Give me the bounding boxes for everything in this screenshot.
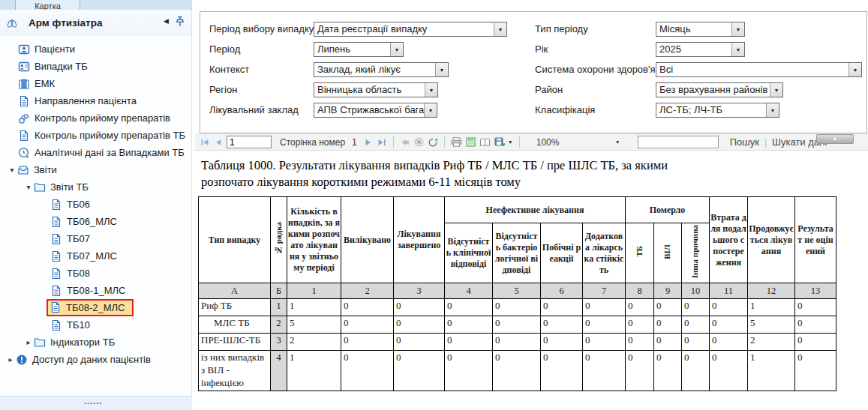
sidebar-item-referral[interactable]: Направлення пацієнта bbox=[0, 92, 191, 109]
cell: 0 bbox=[710, 316, 748, 334]
expander-expanded-icon[interactable]: ▾ bbox=[7, 166, 17, 174]
sidebar-item-tb-cases[interactable]: Випадки ТБ bbox=[0, 58, 191, 75]
export-icon[interactable]: ▼ bbox=[494, 137, 513, 147]
chevron-down-icon[interactable]: ▼ bbox=[494, 22, 506, 36]
collapse-filter-panel-button[interactable]: ▲ bbox=[816, 134, 854, 144]
cell: 0 bbox=[541, 316, 583, 334]
splitter-grip[interactable]: ...... bbox=[84, 397, 102, 406]
group-header-died: Померло bbox=[626, 197, 710, 223]
pin-icon[interactable] bbox=[175, 16, 185, 28]
sidebar-item-tb08-2-mls-selected[interactable]: ТБ08-2_МЛС bbox=[0, 299, 191, 316]
previous-page-icon[interactable] bbox=[214, 138, 223, 147]
chevron-down-icon[interactable]: ▼ bbox=[731, 22, 744, 36]
context-select[interactable]: Заклад, який лікує ▼ bbox=[314, 62, 449, 77]
sidebar-item-emk[interactable]: ЕМК bbox=[0, 75, 191, 92]
expander-collapsed-icon[interactable]: ▸ bbox=[5, 355, 16, 364]
letter-cell: 2 bbox=[341, 283, 394, 299]
page-setup-icon[interactable] bbox=[479, 138, 491, 147]
document-icon bbox=[50, 199, 62, 211]
table-row: ПРЕ-ШЛС-ТБ 3 2 0 0 0 0 0 0 0 0 0 0 2 0 bbox=[199, 334, 836, 351]
print-icon[interactable] bbox=[451, 137, 462, 147]
next-page-icon[interactable] bbox=[364, 138, 373, 147]
cell: 1 bbox=[748, 299, 795, 316]
sidebar-bottom-strip: ...... bbox=[0, 396, 192, 410]
report-title-line1: Таблиця 1000. Результати лікування випад… bbox=[201, 157, 824, 174]
row-no: 3 bbox=[271, 334, 287, 351]
cell: 0 bbox=[682, 316, 710, 334]
chevron-down-icon[interactable]: ▼ bbox=[508, 139, 513, 145]
search-input[interactable] bbox=[638, 136, 719, 148]
sidebar-item-patient-data-access[interactable]: ▸ Доступ до даних пацієнтів bbox=[0, 351, 191, 368]
tree-label: ТБ08-1_МЛС bbox=[67, 285, 125, 296]
sidebar-item-tb06[interactable]: ТБ06 bbox=[0, 196, 191, 213]
period-select[interactable]: Липень ▼ bbox=[314, 42, 404, 57]
cell: 0 bbox=[394, 299, 445, 316]
tab-kartka[interactable]: Картка bbox=[15, 0, 80, 10]
zoom-select[interactable]: 100% ▼ bbox=[533, 137, 623, 148]
sidebar-item-tb07-mls[interactable]: ТБ07_МЛС bbox=[0, 247, 191, 265]
letter-cell: 4 bbox=[445, 283, 493, 299]
cell: 0 bbox=[710, 334, 748, 351]
sidebar-item-tb06-mls[interactable]: ТБ06_МЛС bbox=[0, 213, 191, 230]
search-button[interactable]: Пошук bbox=[730, 136, 759, 148]
sidebar-collapse-icon[interactable]: ◀ bbox=[164, 17, 169, 25]
page-label: Сторінка номер bbox=[280, 137, 345, 148]
sidebar-item-reports[interactable]: ▾ Звіти bbox=[0, 161, 191, 178]
cell: 0 bbox=[654, 351, 682, 391]
folder-icon bbox=[34, 181, 46, 193]
facility-select[interactable]: АПВ Стрижавської багатог ▼ bbox=[314, 103, 437, 118]
back-icon[interactable] bbox=[400, 138, 410, 147]
document-icon bbox=[50, 250, 62, 262]
chevron-down-icon[interactable]: ▼ bbox=[425, 83, 437, 97]
document-icon bbox=[50, 268, 62, 280]
tree-label: Звіти ТБ bbox=[50, 181, 89, 193]
sidebar-item-tb10[interactable]: ТБ10 bbox=[0, 316, 191, 334]
col-header-died-other: Інша причина bbox=[682, 223, 710, 283]
cell: 0 bbox=[583, 299, 626, 316]
period-type-select[interactable]: Місяць ▼ bbox=[656, 22, 745, 37]
sidebar-item-tb08[interactable]: ТБ08 bbox=[0, 265, 191, 282]
cancel-icon[interactable] bbox=[414, 137, 424, 147]
expander-expanded-icon[interactable]: ▾ bbox=[23, 183, 34, 191]
chevron-down-icon[interactable]: ▼ bbox=[770, 83, 782, 97]
chevron-down-icon[interactable]: ▼ bbox=[435, 63, 448, 76]
chevron-down-icon[interactable]: ▼ bbox=[390, 43, 403, 56]
cell: 2 bbox=[748, 334, 795, 351]
year-select[interactable]: 2025 ▼ bbox=[656, 42, 745, 57]
first-page-icon[interactable] bbox=[200, 138, 210, 147]
top-strip: Картка bbox=[0, 0, 192, 10]
sidebar-item-tb07[interactable]: ТБ07 bbox=[0, 230, 191, 247]
selected-item-highlight[interactable]: ТБ08-2_МЛС bbox=[47, 299, 134, 316]
page-number-input[interactable] bbox=[227, 136, 272, 148]
expander-collapsed-icon[interactable]: ▸ bbox=[23, 338, 34, 346]
sidebar-item-drug-control[interactable]: Контроль прийому препаратів bbox=[0, 109, 191, 127]
district-select[interactable]: Без врахування районів ▼ bbox=[656, 82, 783, 97]
chevron-down-icon[interactable]: ▼ bbox=[424, 103, 437, 117]
chevron-down-icon[interactable]: ▼ bbox=[848, 63, 861, 76]
chevron-down-icon[interactable]: ▼ bbox=[766, 103, 779, 117]
sidebar-item-drug-control-tb[interactable]: Контроль прийому препаратів ТБ bbox=[0, 127, 191, 144]
tree-label: Випадки ТБ bbox=[35, 61, 88, 72]
cell: 0 bbox=[445, 334, 493, 351]
region-select[interactable]: Вінницька область ▼ bbox=[314, 82, 438, 97]
patients-icon bbox=[18, 43, 30, 55]
sidebar-item-tb08-1-mls[interactable]: ТБ08-1_МЛС bbox=[0, 282, 191, 299]
chevron-down-icon[interactable]: ▼ bbox=[731, 43, 744, 56]
sidebar-item-tb-reports[interactable]: ▾ Звіти ТБ bbox=[0, 178, 191, 196]
cell: 0 bbox=[493, 351, 541, 391]
print-layout-icon[interactable] bbox=[466, 137, 476, 147]
sidebar-item-analytics[interactable]: Аналітичні дані за Випадками ТБ bbox=[0, 144, 191, 161]
health-system-select[interactable]: Всі ▼ bbox=[656, 62, 862, 77]
case-period-select[interactable]: Дата реєстрації випадку ▼ bbox=[314, 22, 507, 37]
refresh-icon[interactable] bbox=[428, 137, 438, 148]
sidebar-item-patients[interactable]: Пацієнти bbox=[0, 40, 191, 58]
tree-label: ТБ08 bbox=[67, 268, 90, 279]
document-icon bbox=[50, 216, 62, 228]
sidebar-item-tb-indicators[interactable]: ▸ Індикатори ТБ bbox=[0, 334, 191, 351]
chevron-up-icon: ▲ bbox=[833, 136, 838, 141]
table-row: Риф ТБ 1 1 0 0 0 0 0 0 0 0 0 0 1 0 bbox=[199, 299, 836, 316]
classification-select[interactable]: ЛС-ТБ; ЛЧ-ТБ ▼ bbox=[656, 103, 779, 118]
cell: 0 bbox=[341, 334, 394, 351]
cell: 0 bbox=[541, 351, 583, 391]
last-page-icon[interactable] bbox=[377, 138, 387, 147]
